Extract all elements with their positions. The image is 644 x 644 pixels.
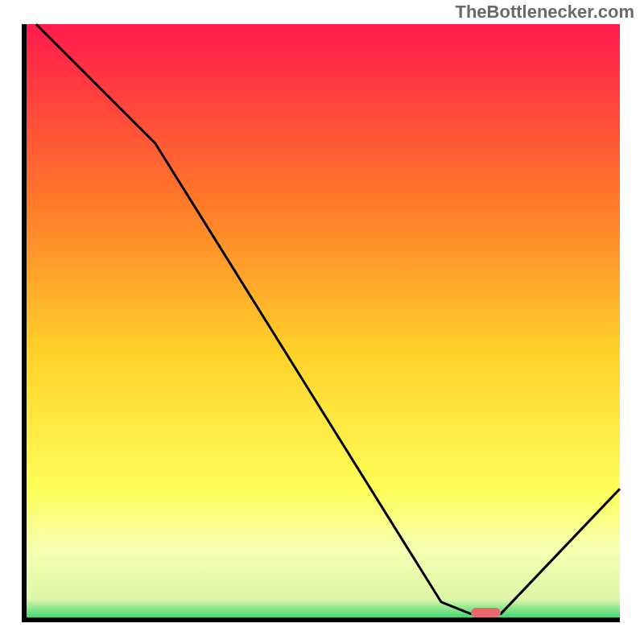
watermark-label: TheBottlenecker.com — [455, 2, 634, 23]
bottleneck-chart — [0, 0, 644, 644]
chart-container: TheBottlenecker.com — [0, 0, 644, 644]
plot-background — [24, 24, 620, 620]
optimal-marker — [471, 608, 501, 617]
